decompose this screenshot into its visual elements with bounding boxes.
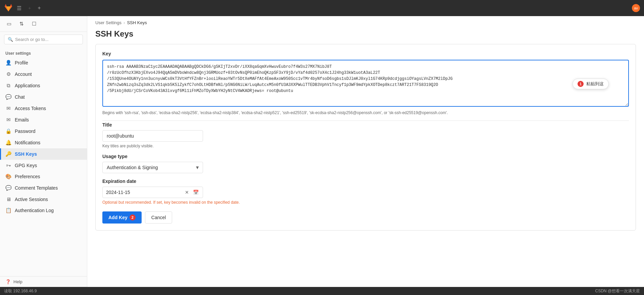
sidebar-item-password[interactable]: 🔒 Password — [0, 126, 87, 137]
sidebar-item-label: Account — [15, 71, 32, 77]
main-content: User Settings › SSH Keys SSH Keys Key ss… — [87, 16, 644, 287]
chat-icon: 💬 — [5, 94, 11, 100]
sidebar-item-label: Access Tokens — [15, 106, 46, 111]
key-section-label: Key — [102, 51, 629, 56]
sidebar: ▭ ⇅ ☐ 🔍 Search or go to... User settings… — [0, 16, 87, 287]
add-key-label: Add Key — [108, 215, 128, 220]
topbar-icons: ☰ + + — [17, 5, 41, 11]
form-card: Key ssh-rsa AAAAB3NzaC1yc2EAAAADAQABAABg… — [95, 44, 636, 231]
sidebar-item-preferences[interactable]: 🎨 Preferences — [0, 171, 87, 182]
key-section: Key ssh-rsa AAAAB3NzaC1yc2EAAAADAQABAABg… — [102, 51, 629, 115]
sidebar-item-notifications[interactable]: 🔔 Notifications — [0, 137, 87, 148]
sidebar-icon-row: ▭ ⇅ ☐ — [0, 16, 87, 32]
sidebar-panel-icon[interactable]: ▭ — [4, 19, 14, 29]
sidebar-item-label: Password — [15, 129, 35, 134]
gpg-keys-icon: 🗝 — [5, 162, 11, 168]
merge-request-icon[interactable]: ⇅ — [17, 19, 27, 29]
sidebar-item-label: SSH Keys — [15, 151, 37, 157]
search-placeholder: Search or go to... — [15, 37, 49, 42]
sidebar-item-applications[interactable]: ⧉ Applications — [0, 80, 87, 91]
sidebar-item-label: Authentication Log — [15, 208, 54, 213]
authentication-log-icon: 📋 — [5, 207, 11, 213]
sidebar-item-active-sessions[interactable]: 🖥 Active Sessions — [0, 194, 87, 205]
notifications-icon: 🔔 — [5, 140, 11, 146]
sidebar-item-authentication-log[interactable]: 📋 Authentication Log — [0, 205, 87, 216]
sidebar-item-label: GPG Keys — [15, 163, 37, 168]
applications-icon: ⧉ — [5, 83, 11, 89]
key-textarea[interactable]: ssh-rsa AAAAB3NzaC1yc2EAAAADAQABAABgQDCk… — [102, 60, 629, 107]
top-bar: ☰ + + av — [0, 0, 644, 16]
sidebar-item-label: Applications — [15, 83, 40, 88]
date-input[interactable] — [106, 190, 182, 195]
sidebar-item-gpg-keys[interactable]: 🗝 GPG Keys — [0, 160, 87, 171]
sidebar-item-profile[interactable]: 👤 Profile — [0, 57, 87, 68]
sidebar-help[interactable]: ❓ Help — [0, 276, 87, 287]
password-icon: 🔒 — [5, 128, 11, 134]
sidebar-toggle-icon[interactable]: ☰ — [17, 5, 21, 11]
key-textarea-wrap: ssh-rsa AAAAB3NzaC1yc2EAAAADAQABAABgQDCk… — [102, 60, 629, 108]
sidebar-item-chat[interactable]: 💬 Chat — [0, 91, 87, 103]
sidebar-item-emails[interactable]: ✉ Emails — [0, 114, 87, 126]
sidebar-item-account[interactable]: ⚙ Account — [0, 68, 87, 80]
breadcrumb: User Settings › SSH Keys — [87, 16, 644, 25]
form-actions: Add Key 2 Cancel — [102, 211, 629, 224]
active-sessions-icon: 🖥 — [5, 196, 11, 202]
breadcrumb-current: SSH Keys — [127, 20, 147, 25]
search-icon: 🔍 — [8, 37, 13, 42]
title-hint: Key titles are publicly visible. — [102, 144, 629, 148]
sidebar-item-label: Chat — [15, 94, 25, 100]
sidebar-item-label: Profile — [15, 60, 28, 65]
add-key-button[interactable]: Add Key 2 — [102, 211, 142, 224]
date-input-wrap: ✕ 📅 — [102, 187, 203, 198]
status-right: CSDN @想看一次满天星 — [595, 288, 640, 294]
help-icon: ❓ — [5, 279, 11, 284]
key-hint: Begins with 'ssh-rsa', 'ssh-dss', 'ecdsa… — [102, 110, 629, 115]
gitlab-logo — [4, 3, 13, 13]
sidebar-item-label: Comment Templates — [15, 185, 58, 191]
access-tokens-icon: ✉ — [5, 105, 11, 111]
search-bar[interactable]: 🔍 Search or go to... — [4, 35, 83, 44]
title-label: Title — [102, 122, 629, 128]
cancel-button[interactable]: Cancel — [145, 211, 172, 224]
expiration-section: Expiration date ✕ 📅 Optional but recomme… — [102, 179, 629, 205]
sidebar-item-label: Notifications — [15, 140, 40, 145]
title-section: Title Key titles are publicly visible. — [102, 122, 629, 148]
clear-date-icon[interactable]: ✕ — [184, 189, 190, 196]
status-left: 读取 192.168.46.9 — [4, 288, 37, 294]
ssh-keys-icon: 🔑 — [5, 151, 11, 157]
usage-select-wrap: Authentication & SigningAuthenticationSi… — [102, 162, 203, 173]
comment-templates-icon: 💬 — [5, 185, 11, 191]
usage-select[interactable]: Authentication & SigningAuthenticationSi… — [102, 162, 203, 173]
title-input[interactable] — [102, 130, 203, 142]
sidebar-item-label: Active Sessions — [15, 197, 48, 202]
profile-icon: 👤 — [5, 60, 11, 66]
account-icon: ⚙ — [5, 71, 11, 77]
plus-icon[interactable]: + — [38, 5, 41, 11]
emails-icon: ✉ — [5, 117, 11, 123]
expiration-label: Expiration date — [102, 179, 629, 184]
usage-section: Usage type Authentication & SigningAuthe… — [102, 154, 629, 173]
preferences-icon: 🎨 — [5, 174, 11, 180]
sidebar-item-label: Emails — [15, 117, 29, 122]
sidebar-item-ssh-keys[interactable]: 🔑 SSH Keys — [0, 148, 87, 160]
sidebar-item-label: Preferences — [15, 174, 40, 179]
sidebar-section-label: User settings — [0, 47, 87, 57]
breadcrumb-parent[interactable]: User Settings — [95, 20, 121, 25]
usage-label: Usage type — [102, 154, 629, 159]
help-label: Help — [13, 279, 22, 284]
todo-icon[interactable]: ☐ — [29, 19, 39, 29]
calendar-icon[interactable]: 📅 — [192, 189, 199, 196]
status-bar: 读取 192.168.46.9 CSDN @想看一次满天星 — [0, 287, 644, 295]
page-title: SSH Keys — [87, 25, 644, 44]
expiration-hint: Optional but recommended. If set, key be… — [102, 200, 629, 205]
sidebar-item-comment-templates[interactable]: 💬 Comment Templates — [0, 182, 87, 194]
add-key-badge: 2 — [130, 214, 136, 220]
avatar[interactable]: av — [632, 4, 640, 12]
sidebar-item-access-tokens[interactable]: ✉ Access Tokens — [0, 103, 87, 114]
